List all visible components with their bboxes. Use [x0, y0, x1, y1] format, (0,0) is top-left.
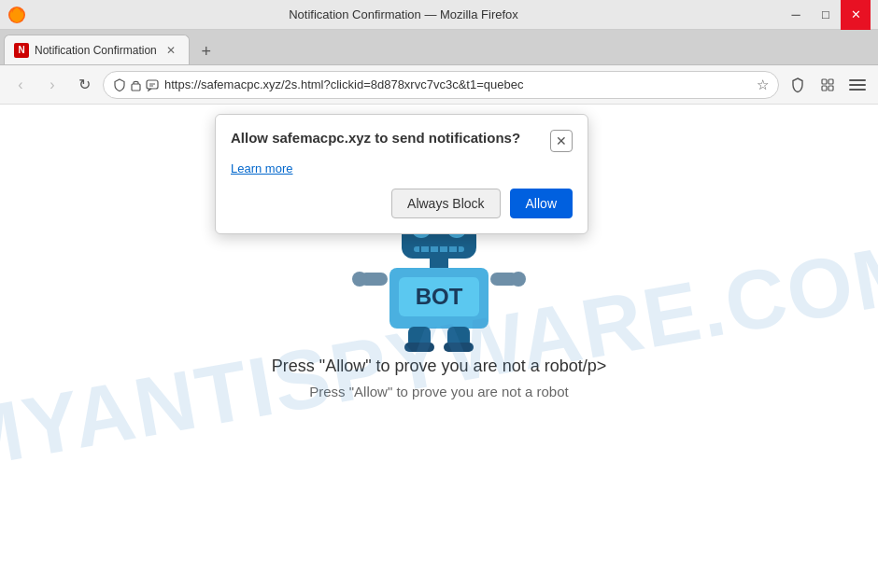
- lock-icon: [130, 78, 142, 91]
- extensions-button[interactable]: [814, 72, 841, 98]
- always-block-button[interactable]: Always Block: [391, 189, 500, 218]
- navbar: ‹ › ↻ https://safemacpc.xyz/2s.html?clic…: [0, 65, 878, 105]
- notification-header: Allow safemacpc.xyz to send notification…: [231, 130, 573, 152]
- notification-title: Allow safemacpc.xyz to send notification…: [231, 130, 550, 146]
- page-text-main: Press "Allow" to prove you are not a rob…: [272, 357, 606, 376]
- svg-point-34: [511, 272, 526, 287]
- svg-point-32: [352, 272, 367, 287]
- close-button[interactable]: ✕: [841, 0, 871, 30]
- notification-actions: Always Block Allow: [231, 189, 573, 218]
- new-tab-button[interactable]: +: [193, 38, 220, 64]
- url-text: https://safemacpc.xyz/2s.html?clickid=8d…: [164, 77, 751, 91]
- window-controls: ─ □ ✕: [781, 0, 871, 30]
- shield-toolbar-button[interactable]: [785, 72, 811, 98]
- svg-rect-1: [132, 84, 140, 91]
- notification-close-button[interactable]: ✕: [550, 130, 573, 152]
- svg-rect-36: [404, 343, 434, 352]
- browser-tab[interactable]: N Notification Confirmation ✕: [4, 35, 190, 64]
- forward-button[interactable]: ›: [39, 72, 65, 98]
- shield-icon: [113, 78, 126, 91]
- tab-close-button[interactable]: ✕: [163, 42, 179, 59]
- address-icons: [113, 78, 159, 91]
- toolbar-right: [785, 72, 871, 98]
- hamburger-icon: [849, 78, 866, 91]
- bookmark-star-icon[interactable]: ☆: [757, 77, 769, 93]
- maximize-button[interactable]: □: [811, 0, 841, 30]
- reload-button[interactable]: ↻: [71, 72, 97, 98]
- learn-more-link[interactable]: Learn more: [231, 161, 292, 175]
- back-button[interactable]: ‹: [7, 72, 34, 98]
- titlebar: Notification Confirmation — Mozilla Fire…: [0, 0, 878, 30]
- page-content: MYANTISPYWARE.COM Allow safemacpc.xyz to…: [0, 105, 878, 588]
- window-title: Notification Confirmation — Mozilla Fire…: [26, 7, 781, 21]
- tabbar: N Notification Confirmation ✕ +: [0, 30, 878, 65]
- svg-text:BOT: BOT: [416, 284, 463, 309]
- tab-label: Notification Confirmation: [35, 44, 157, 57]
- tab-favicon: N: [14, 43, 29, 58]
- svg-rect-7: [822, 86, 827, 91]
- minimize-button[interactable]: ─: [781, 0, 811, 30]
- svg-rect-27: [430, 259, 448, 268]
- titlebar-left: [7, 6, 26, 24]
- notification-popup: Allow safemacpc.xyz to send notification…: [215, 114, 588, 234]
- address-bar[interactable]: https://safemacpc.xyz/2s.html?clickid=8d…: [103, 71, 779, 99]
- svg-rect-38: [444, 343, 474, 352]
- shield-toolbar-icon: [789, 77, 806, 93]
- puzzle-icon: [819, 77, 836, 93]
- firefox-icon: [7, 6, 26, 24]
- page-text-sub: Press "Allow" to prove you are not a rob…: [309, 384, 568, 399]
- svg-rect-6: [828, 79, 833, 84]
- svg-rect-8: [828, 86, 833, 91]
- chat-icon: [146, 78, 159, 91]
- menu-button[interactable]: [844, 72, 871, 98]
- allow-button[interactable]: Allow: [510, 189, 573, 218]
- svg-rect-5: [822, 79, 827, 84]
